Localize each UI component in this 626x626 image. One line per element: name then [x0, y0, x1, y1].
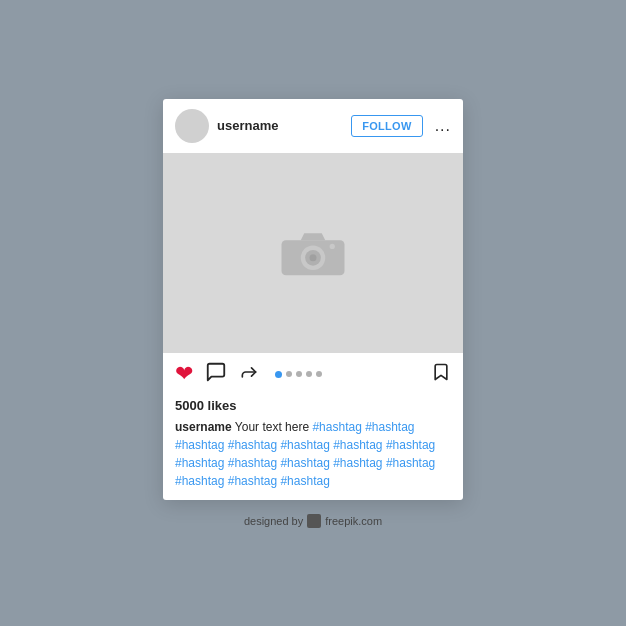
freepik-logo [307, 514, 321, 528]
caption-username: username [175, 420, 232, 434]
dot-4 [306, 371, 312, 377]
hashtag-7: #hashtag [386, 438, 435, 452]
actions-row: ❤ [163, 353, 463, 396]
watermark: designed by freepik.com [244, 514, 382, 528]
instagram-post-card: username FOLLOW ... ❤ [163, 99, 463, 500]
hashtag-12: #hashtag [386, 456, 435, 470]
caption-text: Your text here [235, 420, 313, 434]
svg-point-3 [310, 254, 317, 261]
post-header: username FOLLOW ... [163, 99, 463, 153]
hashtag-8: #hashtag [175, 456, 228, 470]
save-button[interactable] [431, 362, 451, 387]
camera-icon [278, 225, 348, 280]
hashtag-1: #hashtag [312, 420, 365, 434]
hashtag-15: #hashtag [280, 474, 329, 488]
post-image-placeholder [163, 153, 463, 353]
avatar[interactable] [175, 109, 209, 143]
watermark-site: freepik.com [325, 515, 382, 527]
hashtag-14: #hashtag [228, 474, 281, 488]
dot-1 [275, 371, 282, 378]
hashtag-13: #hashtag [175, 474, 228, 488]
caption: username Your text here #hashtag #hashta… [163, 418, 463, 500]
hashtag-10: #hashtag [280, 456, 333, 470]
hashtag-5: #hashtag [280, 438, 333, 452]
username-label: username [217, 118, 343, 133]
svg-point-4 [330, 244, 335, 249]
dot-3 [296, 371, 302, 377]
share-button[interactable] [239, 362, 259, 387]
carousel-indicator [271, 371, 419, 378]
watermark-label: designed by [244, 515, 303, 527]
hashtag-6: #hashtag [333, 438, 386, 452]
hashtag-11: #hashtag [333, 456, 386, 470]
dot-5 [316, 371, 322, 377]
hashtag-9: #hashtag [228, 456, 281, 470]
likes-row: 5000 likes [163, 396, 463, 418]
comment-button[interactable] [205, 361, 227, 388]
follow-button[interactable]: FOLLOW [351, 115, 422, 137]
more-options-button[interactable]: ... [431, 117, 451, 135]
hashtag-4: #hashtag [228, 438, 281, 452]
hashtag-3: #hashtag [175, 438, 228, 452]
dot-2 [286, 371, 292, 377]
hashtag-2: #hashtag [365, 420, 414, 434]
likes-count: 5000 likes [175, 398, 236, 413]
like-button[interactable]: ❤ [175, 361, 193, 387]
